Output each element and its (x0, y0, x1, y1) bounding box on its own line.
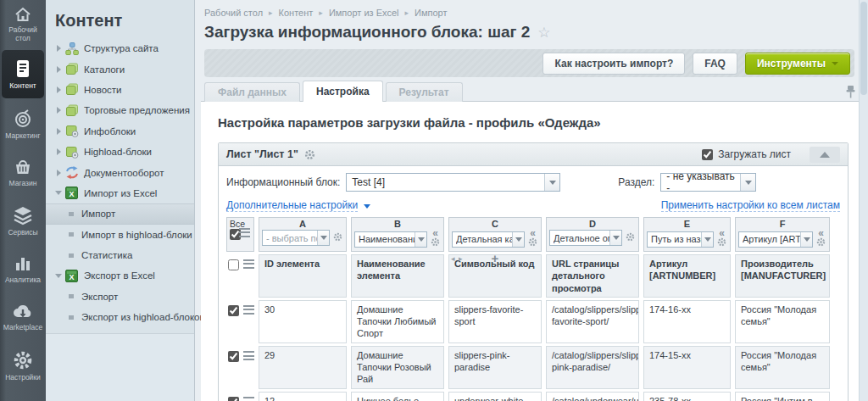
column-gear-icon[interactable] (333, 232, 342, 243)
breadcrumb-link[interactable]: Импорт (415, 8, 447, 18)
drag-handle-icon[interactable] (239, 228, 250, 237)
row-select-cell (226, 254, 254, 298)
menu-item[interactable]: Экспорт из highload-блоков (46, 307, 194, 327)
column-gear-icon[interactable] (626, 232, 635, 243)
drag-handle-icon[interactable] (243, 305, 254, 315)
sidebar-item-label: Аналитика (5, 276, 41, 284)
row-checkbox[interactable] (228, 351, 239, 362)
collapse-column-icon[interactable]: « (530, 230, 536, 237)
tab-настройка[interactable]: Настройка (303, 81, 383, 102)
collapsed-arrow-icon[interactable] (53, 45, 64, 52)
iblock-select[interactable]: Test [4] (346, 173, 560, 192)
field-mapping-select-E[interactable]: Путь из названий р (647, 231, 714, 248)
sidebar-item-label: Рабочий стол (1, 25, 45, 42)
drag-handle-icon[interactable] (243, 351, 254, 360)
menu-item[interactable]: Каталоги (46, 58, 194, 79)
menu-item[interactable]: Новости (46, 80, 194, 100)
drag-handle-icon[interactable] (243, 259, 254, 269)
column-gear-icon[interactable] (528, 237, 537, 248)
row-checkbox[interactable] (228, 305, 239, 316)
table-cell: Нижнее белье Белая Свобода (351, 392, 444, 401)
more-settings-link[interactable]: Дополнительные настройки (226, 199, 370, 211)
collapse-column-icon[interactable]: « (432, 230, 438, 237)
favorite-star-icon[interactable]: ☆ (537, 24, 550, 42)
column-gear-icon[interactable] (816, 237, 826, 248)
sidebar-item-marketing[interactable]: Маркетинг (0, 100, 46, 148)
collapsed-arrow-icon[interactable] (53, 128, 64, 135)
apply-all-sheets-link[interactable]: Применить настройки ко всем листам (661, 199, 840, 211)
menu-item[interactable]: Документооборот (46, 162, 194, 182)
column-gear-icon[interactable] (431, 237, 440, 248)
table-cell: 235-78-xx (643, 392, 731, 401)
select-all-cell: Все (226, 217, 254, 252)
collapsed-arrow-icon[interactable] (53, 66, 64, 73)
select-arrow-icon (701, 232, 713, 247)
menu-item[interactable]: Структура сайта (46, 38, 194, 58)
menu-item[interactable]: Статистика (46, 245, 194, 265)
collapsed-arrow-icon[interactable] (53, 170, 64, 176)
expanded-arrow-icon[interactable] (53, 274, 64, 278)
faq-button[interactable]: FAQ (693, 53, 737, 75)
sidebar-item-content[interactable]: Контент (2, 50, 44, 98)
breadcrumb-link[interactable]: Импорт из Excel (329, 8, 399, 18)
breadcrumb: Рабочий стол▸Контент▸Импорт из Excel▸Имп… (196, 0, 868, 18)
page-scrollbar[interactable] (859, 0, 868, 401)
collapse-panel-button[interactable] (810, 147, 840, 163)
settings-tab-sheet: Настройка параметров загрузки файла - пр… (201, 101, 859, 401)
load-sheet-checkbox[interactable] (702, 149, 713, 160)
menu-item[interactable]: Highload-блоки (46, 142, 194, 162)
row-checkbox[interactable] (228, 397, 239, 401)
field-mapping-select-F[interactable]: Артикул [ARTNUMBE (738, 231, 813, 248)
collapsed-arrow-icon[interactable] (53, 86, 64, 93)
sheet-panel-body: Информационный блок: Test [4] Раздел: - … (219, 166, 848, 401)
breadcrumb-link[interactable]: Контент (279, 8, 314, 18)
menu-item-label: Импорт в highload-блоки (81, 230, 192, 240)
table-header-cell: Производитель [MANUFACTURER] (735, 254, 830, 298)
docflow-icon (65, 166, 79, 179)
sidebar-item-analytics[interactable]: Аналитика (0, 245, 46, 293)
collapse-column-icon[interactable]: « (818, 230, 824, 237)
menu-item-label: Импорт из Excel (84, 188, 157, 198)
scrollbar-thumb[interactable] (860, 2, 867, 95)
column-mapping-cell-C: C Детальная картинк « ◂ ▸+ (448, 217, 542, 252)
sidebar-item-desktop[interactable]: Рабочий стол (0, 0, 46, 48)
column-gear-icon[interactable] (717, 237, 726, 248)
select-arrow-icon (740, 174, 755, 191)
pin-icon[interactable] (845, 85, 856, 99)
menu-item[interactable]: Импорт (46, 203, 194, 224)
tab-файл-данных[interactable]: Файл данных (204, 82, 300, 102)
field-mapping-select-C[interactable]: Детальная картинк (452, 231, 525, 248)
menu-heading: Контент (46, 0, 194, 38)
chevron-up-icon (820, 152, 830, 158)
sidebar-item-marketplace[interactable]: Marketplace (0, 293, 46, 342)
sidebar-item-settings[interactable]: Настройки (0, 342, 46, 390)
menu-item[interactable]: Экспорт (46, 287, 194, 307)
menu-item-label: Структура сайта (84, 43, 159, 53)
collapsed-arrow-icon[interactable] (53, 107, 64, 114)
menu-item[interactable]: Импорт в highload-блоки (46, 225, 194, 245)
bullet-icon (66, 290, 76, 303)
field-mapping-select-B[interactable]: Наименование элем (354, 231, 427, 248)
collapsed-arrow-icon[interactable] (53, 148, 64, 155)
field-mapping-select-D[interactable]: Детальное описание (549, 230, 622, 246)
sheet-gear-icon[interactable] (304, 149, 315, 160)
table-cell: 30 (259, 300, 347, 343)
field-mapping-select-A[interactable]: - выбрать поле - (262, 230, 330, 246)
iblock-select-value: Test [4] (352, 176, 385, 188)
sidebar-item-shop[interactable]: Магазин (0, 148, 46, 197)
expanded-arrow-icon[interactable] (53, 191, 64, 195)
how-to-setup-import-button[interactable]: Как настроить импорт? (542, 53, 685, 75)
menu-item[interactable]: XИмпорт из Excel (46, 183, 194, 203)
tools-button[interactable]: Инструменты (745, 53, 850, 75)
drag-handle-icon[interactable] (243, 397, 254, 401)
breadcrumb-link[interactable]: Рабочий стол (204, 8, 263, 18)
section-select[interactable]: - не указывать - (660, 173, 756, 192)
tab-результат[interactable]: Результат (386, 82, 463, 102)
sidebar-item-services[interactable]: Сервисы (0, 197, 46, 245)
menu-item-label: Экспорт (81, 292, 118, 302)
menu-item[interactable]: Торговые предложения (46, 100, 194, 120)
collapse-column-icon[interactable]: « (719, 230, 725, 237)
menu-item[interactable]: XЭкспорт в Excel (46, 265, 194, 286)
row-checkbox[interactable] (228, 259, 239, 270)
menu-item[interactable]: Инфоблоки (46, 121, 194, 142)
